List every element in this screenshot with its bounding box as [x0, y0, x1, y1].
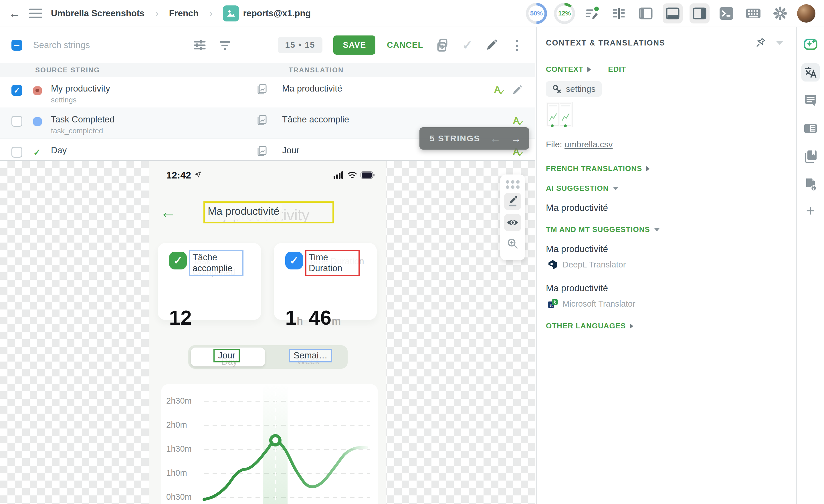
- layout-left-panel-icon[interactable]: [636, 3, 656, 23]
- toggle-visibility-eye-icon[interactable]: [504, 214, 521, 231]
- line-chart: 2h30m2h0m1h30m1h0m0h30m: [161, 384, 378, 504]
- ai-suggestion-text[interactable]: Ma productivité: [546, 203, 796, 213]
- french-translations-section[interactable]: FRENCH TRANSLATIONS: [546, 164, 642, 173]
- chevron-right-icon: [630, 323, 633, 329]
- edit-pencil-icon[interactable]: [485, 39, 498, 52]
- edit-translation-icon[interactable]: [512, 85, 522, 97]
- suggestion-provider: a Microsoft Translator: [548, 299, 796, 309]
- duplicate-icon[interactable]: [436, 38, 449, 52]
- table-row[interactable]: My productivity settings Ma productivité…: [0, 77, 535, 108]
- user-avatar[interactable]: [797, 4, 815, 23]
- string-key-chip[interactable]: settings: [546, 81, 602, 97]
- source-string[interactable]: Task Completed: [51, 114, 114, 125]
- file-info-icon[interactable]: [801, 175, 820, 194]
- string-details-icon[interactable]: [801, 119, 820, 137]
- context-section-link[interactable]: CONTEXT: [546, 65, 583, 74]
- select-all-checkbox[interactable]: [11, 40, 22, 51]
- screenshots-pages-icon[interactable]: [801, 147, 820, 166]
- highlighted-label-string[interactable]: Tâche accomplie: [189, 250, 243, 276]
- other-languages-section[interactable]: OTHER LANGUAGES: [546, 321, 626, 330]
- pager-prev-icon[interactable]: ←: [490, 132, 501, 145]
- translation-string[interactable]: Jour: [282, 145, 299, 156]
- highlighted-label-string[interactable]: Time Duration: [305, 250, 359, 276]
- string-key: task_completed: [51, 126, 103, 135]
- qa-check-icon[interactable]: A✓: [513, 115, 526, 126]
- pager-next-icon[interactable]: →: [510, 132, 521, 145]
- phone-clock: 12:42: [166, 170, 191, 181]
- qa-check-icon[interactable]: A✓: [494, 84, 507, 95]
- progress-donut-translated[interactable]: 50%: [526, 3, 547, 24]
- settings-gear-icon[interactable]: [770, 3, 790, 23]
- screenshot-file-icon: [223, 5, 239, 21]
- pin-panel-icon[interactable]: [756, 37, 766, 48]
- screenshot-canvas[interactable]: 12:42 ← My productivity Ma productivité …: [0, 160, 535, 504]
- context-file-line: File: umbrella.csv: [546, 139, 796, 149]
- progress-donut-reviewed[interactable]: 12%: [554, 3, 575, 24]
- strings-view-icon[interactable]: [609, 3, 629, 23]
- zoom-in-icon[interactable]: [504, 235, 521, 252]
- layout-right-panel-icon[interactable]: [690, 3, 710, 23]
- screenshots-icon[interactable]: [256, 114, 268, 127]
- screenshots-icon[interactable]: [256, 84, 268, 96]
- more-options-icon[interactable]: ⋮: [510, 37, 524, 53]
- row-checkbox[interactable]: [11, 147, 22, 158]
- drag-handle-icon[interactable]: [506, 180, 520, 189]
- highlighted-tab-string[interactable]: Semai…: [289, 349, 332, 363]
- ai-suggestion-section[interactable]: AI SUGGESTION: [546, 184, 609, 193]
- breadcrumb-file[interactable]: reports@x1.png: [223, 5, 311, 21]
- chevron-right-icon: [646, 166, 649, 172]
- save-button[interactable]: SAVE: [333, 35, 375, 55]
- keyboard-icon[interactable]: [743, 3, 763, 23]
- battery-icon: [360, 171, 375, 179]
- highlighted-tab-string[interactable]: Jour: [213, 349, 240, 363]
- phone-status-bar: 12:42: [166, 169, 375, 181]
- terminal-icon[interactable]: [716, 3, 736, 23]
- row-checkbox[interactable]: [11, 85, 22, 96]
- canvas-floating-toolbar: [500, 175, 525, 260]
- source-string[interactable]: My productivity: [51, 84, 110, 94]
- strings-list: My productivity settings Ma productivité…: [0, 77, 535, 160]
- tm-mt-suggestions-section[interactable]: TM AND MT SUGGESTIONS: [546, 225, 650, 234]
- translations-tab-icon[interactable]: [801, 63, 820, 82]
- suggestion-provider: DeepL Translator: [548, 260, 796, 270]
- back-arrow-icon[interactable]: ←: [9, 7, 21, 19]
- tm-suggestion-text[interactable]: Ma productivité: [546, 244, 796, 254]
- context-screenshot-thumbnail[interactable]: [546, 102, 573, 127]
- wifi-icon: [347, 171, 357, 179]
- breadcrumb-project[interactable]: Umbrella Screenshots: [51, 8, 144, 19]
- translation-string[interactable]: Tâche accomplie: [282, 114, 349, 125]
- productivity-chart-card: 2h30m2h0m1h30m1h0m0h30m: [161, 384, 378, 504]
- annotate-pencil-icon[interactable]: [504, 193, 521, 210]
- screenshots-icon[interactable]: [256, 145, 268, 158]
- tm-suggestion-text[interactable]: Ma productivité: [546, 283, 796, 294]
- strings-toolbar: 15 • 15 SAVE CANCEL ✓ ⋮: [0, 27, 535, 63]
- microsoft-translator-icon: a: [548, 299, 558, 309]
- breadcrumb-file-label: reports@x1.png: [243, 8, 311, 19]
- search-input[interactable]: [33, 40, 193, 51]
- display-settings-icon[interactable]: [193, 39, 206, 52]
- row-checkbox[interactable]: [11, 116, 22, 127]
- highlighted-title-string[interactable]: My productivity Ma productivité: [203, 201, 334, 223]
- collapse-panel-chevron-icon[interactable]: [776, 41, 783, 45]
- source-string[interactable]: Day: [51, 145, 67, 156]
- phone-screenshot: 12:42 ← My productivity Ma productivité …: [149, 161, 386, 504]
- location-icon: [195, 171, 201, 179]
- cancel-button[interactable]: CANCEL: [387, 40, 423, 50]
- column-translation: TRANSLATION: [289, 66, 344, 74]
- context-file-link[interactable]: umbrella.csv: [564, 139, 613, 149]
- tasks-edit-icon[interactable]: [582, 3, 602, 23]
- breadcrumb-language[interactable]: French: [169, 8, 199, 19]
- tasks-count: 12: [169, 306, 192, 329]
- edit-context-link[interactable]: EDIT: [608, 65, 626, 74]
- translation-string[interactable]: Ma productivité: [282, 84, 342, 94]
- breadcrumb-separator-icon: ›: [155, 7, 159, 20]
- pager-label: 5 STRINGS: [430, 133, 480, 143]
- verify-check-icon[interactable]: ✓: [462, 38, 473, 53]
- add-panel-icon[interactable]: +: [806, 203, 815, 218]
- comments-icon[interactable]: [801, 91, 820, 110]
- ai-assistant-icon[interactable]: [801, 35, 820, 54]
- cellular-icon: [334, 171, 344, 179]
- filter-icon[interactable]: [219, 39, 231, 52]
- hamburger-menu-icon[interactable]: [29, 9, 42, 18]
- layout-bottom-panel-icon[interactable]: [662, 3, 683, 23]
